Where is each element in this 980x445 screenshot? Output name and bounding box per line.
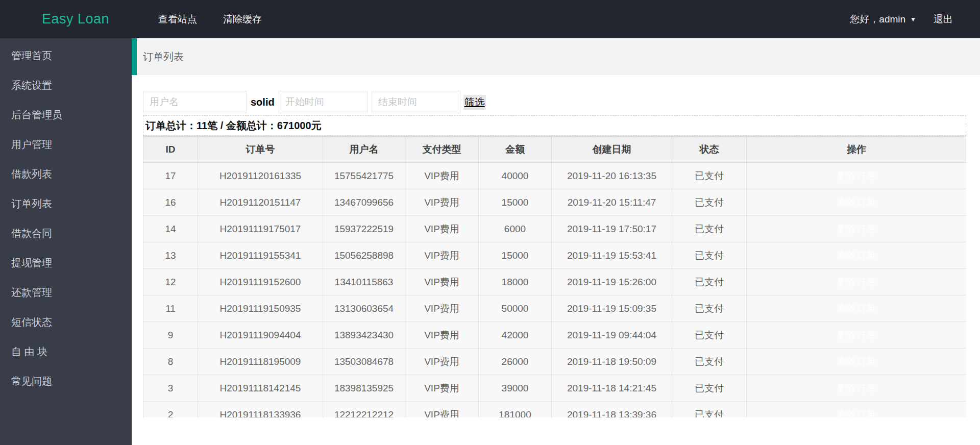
delete-order-link[interactable]: 删除订单 [837,224,876,234]
order-summary-text: 订单总计：11笔 / 金额总计：671000元 [145,120,322,131]
table-cell: 已支付 [672,216,747,242]
table-cell: 6000 [479,216,552,242]
column-header: 支付类型 [405,137,479,163]
table-cell: H20191120151147 [198,189,323,216]
table-cell: H20191118195009 [198,349,323,375]
table-cell: 9 [143,322,198,349]
table-row: 12H2019111915260013410115863VIP费用1800020… [143,269,967,295]
actions-cell: 删除订单 [747,349,967,375]
table-cell: 已支付 [672,242,747,269]
sidebar-item[interactable]: 系统设置 [0,70,132,100]
table-cell: 13503084678 [323,349,405,375]
sidebar-item[interactable]: 借款列表 [0,159,132,189]
table-cell: H20191120161335 [198,163,323,189]
start-time-input[interactable] [279,91,368,113]
table-row: 3H2019111814214518398135925VIP费用39000201… [143,375,967,402]
navbar-links: 查看站点清除缓存 [158,0,262,38]
table-cell: 42000 [479,322,552,349]
table-cell: 2019-11-20 16:13:35 [552,163,672,189]
table-cell: H20191118142145 [198,375,323,402]
delete-order-link[interactable]: 删除订单 [837,303,876,314]
table-cell: 15937222519 [323,216,405,242]
table-cell: 2019-11-18 13:39:36 [552,402,672,418]
table-cell: 13467099656 [323,189,405,216]
table-cell: 15000 [479,189,552,216]
delete-order-link[interactable]: 删除订单 [837,197,876,208]
delete-order-link[interactable]: 删除订单 [837,330,876,340]
table-cell: VIP费用 [405,349,479,375]
table-cell: H20191119155341 [198,242,323,269]
table-cell: 13130603654 [323,295,405,322]
table-cell: VIP费用 [405,269,479,295]
delete-order-link[interactable]: 删除订单 [837,170,876,181]
table-cell: 3 [143,375,198,402]
table-cell: 15056258898 [323,242,405,269]
solid-label: solid [251,96,275,108]
table-row: 17H2019112016133515755421775VIP费用4000020… [143,163,967,189]
actions-cell: 删除订单 [747,295,967,322]
sidebar-item[interactable]: 管理首页 [0,41,132,70]
sidebar-item[interactable]: 借款合同 [0,218,132,248]
sidebar-item[interactable]: 短信状态 [0,307,132,337]
table-cell: 15755421775 [323,163,405,189]
table-cell: 已支付 [672,163,747,189]
table-cell: 已支付 [672,375,747,402]
table-cell: 17 [143,163,198,189]
table-row: 9H2019111909440413893423430VIP费用42000201… [143,322,967,349]
sidebar-item[interactable]: 用户管理 [0,130,132,159]
sidebar-item[interactable]: 后台管理员 [0,100,132,130]
top-navbar: Easy Loan 查看站点清除缓存 您好，admin ▼ 退出 [0,0,980,38]
sidebar-item[interactable]: 还款管理 [0,278,132,307]
table-cell: 已支付 [672,295,747,322]
delete-order-link[interactable]: 删除订单 [837,409,876,418]
table-cell: 已支付 [672,349,747,375]
actions-cell: 删除订单 [747,242,967,269]
actions-cell: 删除订单 [747,322,967,349]
delete-order-link[interactable]: 删除订单 [837,356,876,367]
logout-link[interactable]: 退出 [934,13,953,26]
table-cell: 39000 [479,375,552,402]
app-logo: Easy Loan [42,0,109,38]
main-area: 订单列表 solid 筛选 订单总计：11笔 / 金额总计：671000元 ID… [132,38,980,445]
orders-table-wrapper: ID订单号用户名支付类型金额创建日期状态操作 17H20191120161335… [143,136,966,417]
filter-bar: solid 筛选 [143,91,966,113]
column-header: 订单号 [198,137,323,163]
delete-order-link[interactable]: 删除订单 [837,250,876,261]
navbar-link[interactable]: 查看站点 [158,13,197,26]
table-cell: 2019-11-19 15:09:35 [552,295,672,322]
sidebar-menu: 管理首页系统设置后台管理员用户管理借款列表订单列表借款合同提现管理还款管理短信状… [0,38,132,396]
username-input[interactable] [143,91,247,113]
page-title-bar: 订单列表 [132,38,980,75]
sidebar-item[interactable]: 自 由 块 [0,337,132,366]
navbar-right: 您好，admin ▼ 退出 [850,0,953,38]
column-header: ID [143,137,198,163]
sidebar-item[interactable]: 订单列表 [0,189,132,218]
table-cell: 26000 [479,349,552,375]
content: solid 筛选 订单总计：11笔 / 金额总计：671000元 ID订单号用户… [132,75,980,417]
delete-order-link[interactable]: 删除订单 [837,383,876,393]
table-cell: 已支付 [672,269,747,295]
table-cell: 2019-11-19 09:44:04 [552,322,672,349]
table-row: 13H2019111915534115056258898VIP费用1500020… [143,242,967,269]
end-time-input[interactable] [372,91,460,113]
table-cell: 已支付 [672,322,747,349]
table-row: 16H2019112015114713467099656VIP费用1500020… [143,189,967,216]
sidebar-item[interactable]: 常见问题 [0,366,132,396]
table-cell: 2019-11-19 17:50:17 [552,216,672,242]
table-cell: 40000 [479,163,552,189]
table-row: 14H2019111917501715937222519VIP费用6000201… [143,216,967,242]
table-cell: 18000 [479,269,552,295]
table-cell: 14 [143,216,198,242]
table-body: 17H2019112016133515755421775VIP费用4000020… [143,163,967,418]
delete-order-link[interactable]: 删除订单 [837,277,876,287]
navbar-link[interactable]: 清除缓存 [223,13,262,26]
table-cell: 16 [143,189,198,216]
table-cell: 18398135925 [323,375,405,402]
sidebar-item[interactable]: 提现管理 [0,248,132,278]
user-greeting: 您好，admin [850,13,905,26]
actions-cell: 删除订单 [747,163,967,189]
column-header: 操作 [747,137,967,163]
user-menu[interactable]: 您好，admin ▼ [850,13,916,26]
actions-cell: 删除订单 [747,189,967,216]
filter-button[interactable]: 筛选 [463,95,486,110]
